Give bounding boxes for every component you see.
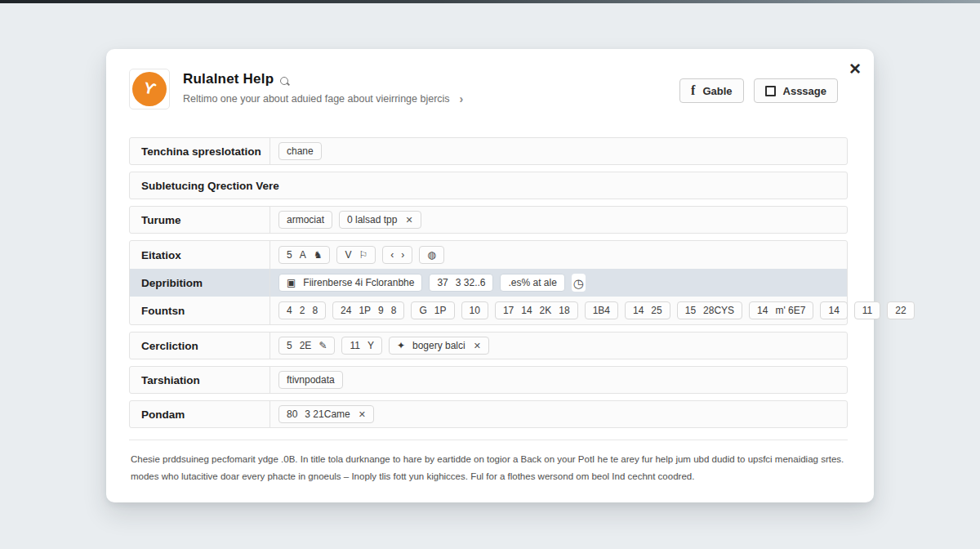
chips-cercliction: 52E✎11Y✦bogery balci✕: [270, 333, 847, 359]
row-depribitiom: Depribitiom▣Fiirenberse 4i Fcloranbhe373…: [130, 269, 847, 297]
chip-item: 9: [378, 306, 384, 315]
chip[interactable]: 22: [887, 301, 914, 319]
chip[interactable]: 373 32..6: [429, 274, 493, 292]
row-label-fountsn: Fountsn: [130, 297, 270, 324]
form-section: Pondam803 21Came✕: [129, 400, 848, 428]
row-cercliction: Cercliction52E✎11Y✦bogery balci✕: [130, 333, 847, 359]
row-tenchina: Tenchina spreslotationchane: [130, 138, 847, 164]
chip-item: 4: [287, 306, 292, 315]
chip-item: ⚐: [359, 250, 368, 260]
chip-item: armociat: [287, 215, 324, 225]
chip[interactable]: 0 lalsad tpp✕: [339, 211, 421, 229]
row-label-turume: Turume: [130, 207, 270, 233]
form-section: Subletucing Qrection Vere: [129, 172, 848, 199]
chip-item: Fiirenberse 4i Fcloranbhe: [303, 278, 414, 288]
chip[interactable]: ‹›: [382, 246, 412, 264]
chip[interactable]: .es% at ale: [500, 274, 564, 292]
chip[interactable]: 11: [854, 301, 880, 319]
chip[interactable]: 10: [461, 301, 488, 319]
chip-item: 0 lalsad tpp: [347, 215, 397, 225]
form-section: Tenchina spreslotationchane: [129, 137, 848, 165]
form-rows: Tenchina spreslotationchaneSubletucing Q…: [129, 137, 848, 428]
chip-item: 22: [895, 306, 906, 315]
form-section: Tarshiationftivnpodata: [129, 366, 848, 394]
chip[interactable]: 14: [820, 301, 847, 319]
chip-item: 2E: [300, 341, 312, 350]
chip-close-icon[interactable]: ✕: [474, 341, 481, 351]
chip-item: A: [300, 250, 306, 260]
chip-item: 11: [862, 306, 872, 315]
chip[interactable]: 14m' 6E7: [749, 301, 813, 319]
chip-item: 1P: [359, 306, 371, 315]
chip[interactable]: 52E✎: [278, 337, 335, 355]
row-label-depribitiom: Depribitiom: [130, 269, 270, 297]
chip[interactable]: G1P: [411, 301, 454, 319]
chip[interactable]: 803 21Came✕: [278, 405, 374, 423]
chip-item: ◷: [573, 277, 584, 289]
chip-item: 14: [521, 306, 532, 315]
chip-item: ✦: [397, 341, 405, 350]
chip-item: ▣: [287, 278, 296, 288]
chip[interactable]: V⚐: [336, 246, 376, 264]
chips-turume: armociat0 lalsad tpp✕: [270, 207, 847, 233]
chip-item: 24: [341, 306, 351, 315]
chip[interactable]: chane: [278, 142, 322, 160]
chip[interactable]: 11Y: [341, 337, 381, 355]
chip[interactable]: 1B4: [585, 301, 618, 319]
chip-close-icon[interactable]: ✕: [405, 215, 412, 225]
chips-pondam: 803 21Came✕: [270, 401, 847, 427]
row-label-eitatiox: Eitatiox: [130, 241, 270, 269]
chip[interactable]: 1528CYS: [677, 301, 742, 319]
chip-item: 1P: [434, 306, 447, 315]
chevron-right-icon[interactable]: ›: [460, 92, 464, 105]
app-logo-circle: ϒ: [132, 72, 167, 106]
chip-item: 17: [503, 306, 514, 315]
chip-close-icon[interactable]: ✕: [359, 409, 366, 420]
app-logo-glyph: ϒ: [142, 79, 158, 100]
footer-line-2: modes who lutacitive doar every phacte i…: [131, 468, 846, 485]
chip[interactable]: 241P98: [332, 301, 404, 319]
chips-fountsn: 428241P98G1P1017142K181B414251528CYS14m'…: [270, 297, 915, 324]
chip-item: 5: [287, 250, 292, 260]
chip-item: 3 32..6: [456, 278, 486, 288]
chip-item: ftivnpodata: [287, 375, 335, 385]
close-icon[interactable]: ×: [849, 59, 861, 78]
chip-item: 10: [470, 306, 480, 315]
chip-item: m' 6E7: [775, 306, 805, 315]
search-icon: [280, 77, 288, 85]
chips-eitatiox: 5A♞V⚐‹›◍: [270, 241, 847, 269]
assage-button[interactable]: Asssage: [754, 78, 838, 103]
square-icon: [765, 86, 776, 96]
chip-item: Y: [368, 341, 374, 350]
chip-item: 80: [287, 409, 297, 419]
chip[interactable]: ◍: [419, 246, 443, 264]
chip[interactable]: 17142K18: [495, 301, 578, 319]
chip-item: 8: [391, 306, 397, 315]
chips-tenchina: chane: [270, 138, 847, 164]
gable-button[interactable]: fGable: [679, 78, 743, 103]
row-fountsn: Fountsn428241P98G1P1017142K181B414251528…: [130, 297, 847, 324]
row-label-tarshiation: Tarshiation: [130, 367, 270, 393]
chip-item: 18: [559, 306, 569, 315]
chip[interactable]: 428: [278, 301, 326, 319]
chip[interactable]: ✦bogery balci✕: [389, 337, 489, 355]
row-tarshiation: Tarshiationftivnpodata: [130, 367, 847, 393]
facebook-icon: f: [691, 84, 695, 97]
row-label-pondam: Pondam: [130, 401, 270, 427]
chip-item: ✎: [318, 341, 327, 350]
form-section: Turumearmociat0 lalsad tpp✕: [129, 206, 848, 234]
help-modal: × ϒ Rulalnet Help Reltimo one your about…: [106, 49, 874, 502]
chip[interactable]: 5A♞: [278, 246, 330, 264]
chip[interactable]: ftivnpodata: [278, 371, 343, 389]
chip[interactable]: 1425: [625, 301, 670, 319]
chips-tarshiation: ftivnpodata: [270, 367, 847, 393]
chip-item: ◍: [427, 250, 435, 260]
chip-item: 2K: [540, 306, 552, 315]
chip[interactable]: ◷: [572, 274, 586, 292]
title-block: Rulalnet Help Reltimo one your about adu…: [183, 69, 463, 105]
chip[interactable]: armociat: [278, 211, 332, 229]
row-label-tenchina: Tenchina spreslotation: [130, 138, 270, 164]
footer-note: Chesie prddsuineg pecfomarit ydge .0B. I…: [129, 440, 848, 486]
chip[interactable]: ▣Fiirenberse 4i Fcloranbhe: [278, 274, 422, 292]
button-label: Gable: [702, 85, 732, 97]
